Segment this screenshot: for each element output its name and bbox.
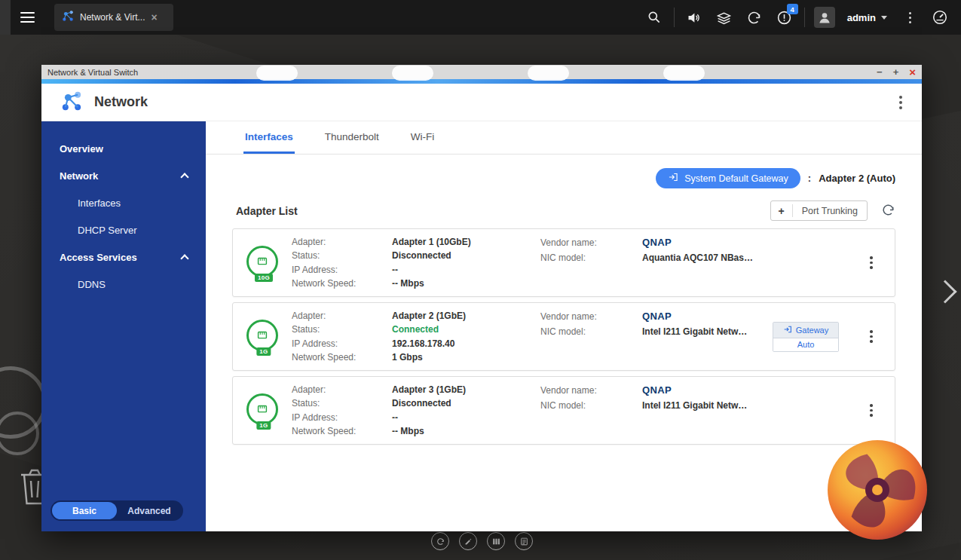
field-labels: Adapter: Status: IP Address: Network Spe… <box>292 235 392 291</box>
tab-thunderbolt[interactable]: Thunderbolt <box>323 121 381 154</box>
adapter-status: Connected <box>392 323 540 337</box>
tab-interfaces[interactable]: Interfaces <box>243 121 295 154</box>
adapter-menu-icon[interactable] <box>862 256 881 269</box>
gateway-separator: : <box>808 173 811 184</box>
adapter-name: Adapter 2 (1GbE) <box>392 309 540 323</box>
adapter-ip: -- <box>392 263 540 277</box>
adapter-name: Adapter 3 (1GbE) <box>392 383 540 397</box>
adapter-menu-icon[interactable] <box>862 404 881 417</box>
desktop-icon-ghost <box>392 66 433 81</box>
adapter-list-header: Adapter List + Port Trunking <box>236 200 895 221</box>
vendor-labels: Vendor name: NIC model: <box>540 383 642 439</box>
adapter-status: Disconnected <box>392 396 540 411</box>
adapter-ip: -- <box>392 411 540 425</box>
network-virtual-switch-window: Network & Virtual Switch − + × Network O… <box>41 65 922 531</box>
system-default-gateway-row: System Default Gateway : Adapter 2 (Auto… <box>206 168 895 188</box>
adapter-port-icon: 1G <box>246 393 281 428</box>
sidebar-item-dhcp-server[interactable]: DHCP Server <box>41 216 206 243</box>
adapter-port-icon: 1G <box>246 320 281 354</box>
header-more-icon[interactable] <box>899 93 902 112</box>
sidebar-section-access-services[interactable]: Access Services <box>41 243 206 271</box>
field-values: Adapter 1 (10GbE) Disconnected -- -- Mbp… <box>392 235 540 291</box>
adapter-card-3: 1G Adapter: Status: IP Address: Network … <box>232 376 895 445</box>
adapter-name: Adapter 1 (10GbE) <box>392 235 540 249</box>
chevron-up-icon <box>180 254 188 262</box>
network-app-icon <box>62 10 74 25</box>
main-menu-button[interactable] <box>11 0 44 35</box>
dock-tools-icon[interactable] <box>459 532 477 550</box>
user-avatar[interactable] <box>810 0 840 35</box>
admin-label: admin <box>847 12 876 23</box>
desktop-icon-ghost <box>256 66 298 81</box>
adapter-speed: -- Mbps <box>392 277 540 291</box>
sidebar-item-overview[interactable]: Overview <box>41 135 206 162</box>
advanced-mode-button[interactable]: Advanced <box>117 502 182 519</box>
desktop-icon-ghost <box>528 66 569 81</box>
resource-monitor-icon[interactable] <box>925 0 955 35</box>
more-options-icon[interactable] <box>895 0 925 35</box>
sidebar: Overview Network Interfaces DHCP Server … <box>41 121 206 531</box>
sidebar-item-interfaces[interactable]: Interfaces <box>41 189 206 216</box>
vendor-values: QNAP Intel I211 Gigabit Netw… <box>642 309 773 365</box>
sync-icon[interactable] <box>739 0 770 35</box>
port-trunking-button[interactable]: + Port Trunking <box>770 200 868 221</box>
vendor-values: QNAP Aquantia AQC107 NBas… <box>642 235 773 291</box>
gateway-icon <box>783 325 792 335</box>
sidebar-item-ddns[interactable]: DDNS <box>41 271 206 298</box>
maximize-button[interactable]: + <box>893 67 899 77</box>
minimize-button[interactable]: − <box>877 67 883 77</box>
admin-dropdown[interactable]: admin <box>847 12 887 23</box>
sidebar-section-network[interactable]: Network <box>41 162 206 189</box>
adapter-speed: -- Mbps <box>392 424 540 439</box>
vendor-labels: Vendor name: NIC model: <box>540 309 642 365</box>
vendor-logo: QNAP <box>642 309 773 324</box>
background-tasks-icon[interactable] <box>709 0 739 35</box>
system-default-gateway-button[interactable]: System Default Gateway <box>656 168 800 188</box>
tab-wifi[interactable]: Wi-Fi <box>409 121 436 154</box>
dock-notes-icon[interactable] <box>515 532 533 550</box>
notification-badge: 4 <box>787 4 798 14</box>
adapter-ip: 192.168.178.40 <box>392 337 540 351</box>
adapter-status: Disconnected <box>392 249 540 263</box>
tab-bar: Interfaces Thunderbolt Wi-Fi <box>206 121 922 155</box>
vendor-logo: QNAP <box>642 235 773 250</box>
menu-strip <box>0 0 11 35</box>
next-desktop-chevron-icon[interactable] <box>933 280 956 303</box>
adapter-list: 10G Adapter: Status: IP Address: Network… <box>232 228 895 450</box>
notifications-icon[interactable]: 4 <box>770 0 800 35</box>
vendor-labels: Vendor name: NIC model: <box>540 235 642 291</box>
page-title: Network <box>94 94 148 110</box>
window-titlebar[interactable]: Network & Virtual Switch − + × <box>41 65 922 79</box>
dock-recent-icon[interactable] <box>431 532 449 550</box>
nic-model: Aquantia AQC107 NBas… <box>642 250 773 265</box>
basic-mode-button[interactable]: Basic <box>52 502 117 519</box>
main-content: Interfaces Thunderbolt Wi-Fi System Defa… <box>206 121 922 531</box>
search-icon[interactable] <box>639 0 669 35</box>
field-values: Adapter 3 (1GbE) Disconnected -- -- Mbps <box>392 383 540 439</box>
gateway-badge[interactable]: Gateway Auto <box>773 322 839 352</box>
gateway-value: Adapter 2 (Auto) <box>819 173 895 184</box>
tab-close-icon[interactable]: × <box>151 11 157 23</box>
adapter-menu-icon[interactable] <box>862 330 881 343</box>
field-labels: Adapter: Status: IP Address: Network Spe… <box>292 309 392 365</box>
adapter-list-title: Adapter List <box>236 205 298 217</box>
mode-toggle: Basic Advanced <box>50 500 183 521</box>
gateway-mode[interactable]: Auto <box>773 338 838 351</box>
dock-dashboard-icon[interactable] <box>487 532 505 550</box>
adapter-card-2: 1G Adapter: Status: IP Address: Network … <box>232 302 895 371</box>
taskbar-separator <box>804 8 805 27</box>
chevron-down-icon <box>881 16 887 20</box>
taskbar: Network & Virt... × 4 admin <box>0 0 961 35</box>
vendor-logo: QNAP <box>642 383 773 398</box>
gateway-icon <box>668 172 678 185</box>
network-app-icon <box>61 90 82 115</box>
refresh-icon[interactable] <box>881 203 895 219</box>
app-header: Network <box>41 84 922 121</box>
app-tab-network[interactable]: Network & Virt... × <box>54 4 173 31</box>
desktop-dock <box>431 532 533 550</box>
desktop-icon-ghost <box>663 66 705 81</box>
nic-model: Intel I211 Gigabit Netw… <box>642 324 773 339</box>
field-labels: Adapter: Status: IP Address: Network Spe… <box>292 383 392 439</box>
close-button[interactable]: × <box>909 66 916 78</box>
volume-icon[interactable] <box>679 0 709 35</box>
